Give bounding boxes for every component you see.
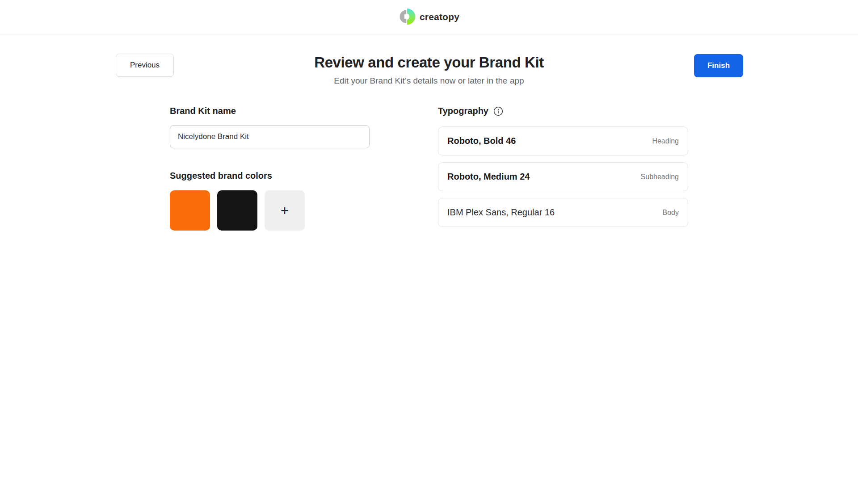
typography-card-heading[interactable]: Roboto, Bold 46 Heading xyxy=(438,126,688,155)
add-color-button[interactable]: + xyxy=(265,190,305,231)
color-swatch-black[interactable] xyxy=(217,190,257,231)
creatopy-logo-text: creatopy xyxy=(420,12,459,22)
brand-kit-name-input[interactable] xyxy=(170,125,370,148)
app-header: creatopy xyxy=(0,0,858,34)
font-role-body: Body xyxy=(663,209,679,217)
font-role-heading: Heading xyxy=(652,137,679,145)
color-swatch-orange[interactable] xyxy=(170,190,210,231)
typography-header: Typography xyxy=(438,106,503,116)
font-spec-heading: Roboto, Bold 46 xyxy=(447,136,516,146)
typography-card-body[interactable]: IBM Plex Sans, Regular 16 Body xyxy=(438,198,688,227)
plus-icon: + xyxy=(281,204,289,218)
font-spec-body: IBM Plex Sans, Regular 16 xyxy=(447,207,555,218)
info-icon[interactable] xyxy=(493,106,503,116)
creatopy-logo-icon xyxy=(399,8,416,26)
finish-button[interactable]: Finish xyxy=(694,54,743,77)
page-subtitle: Edit your Brand Kit’s details now or lat… xyxy=(0,76,858,86)
suggested-colors-label: Suggested brand colors xyxy=(170,171,272,181)
typography-card-list: Roboto, Bold 46 Heading Roboto, Medium 2… xyxy=(438,126,688,227)
brand-kit-review-page: creatopy Previous Review and create your… xyxy=(0,0,858,504)
font-spec-subheading: Roboto, Medium 24 xyxy=(447,172,530,182)
color-swatch-row: + xyxy=(170,190,305,231)
typography-label: Typography xyxy=(438,106,488,116)
brand-kit-name-label: Brand Kit name xyxy=(170,106,236,116)
typography-card-subheading[interactable]: Roboto, Medium 24 Subheading xyxy=(438,162,688,191)
font-role-subheading: Subheading xyxy=(641,173,679,181)
